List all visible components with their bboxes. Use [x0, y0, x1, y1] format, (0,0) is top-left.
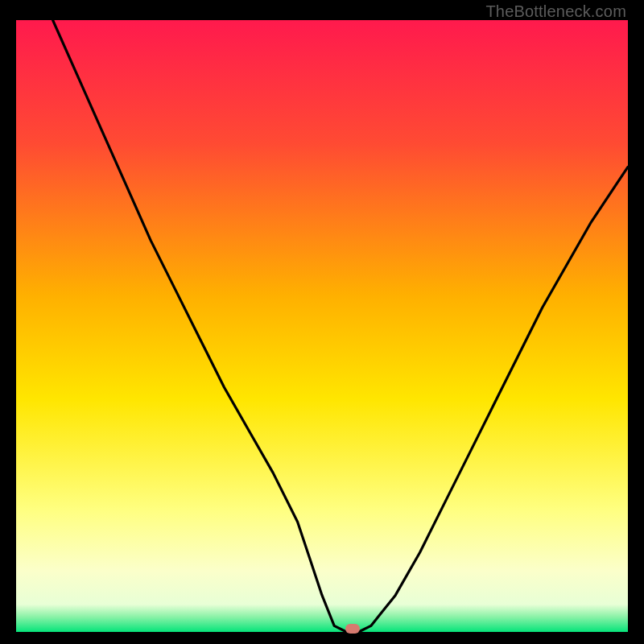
minimum-marker	[345, 624, 360, 634]
bottleneck-curve	[16, 20, 628, 632]
watermark-text: TheBottleneck.com	[485, 2, 626, 21]
